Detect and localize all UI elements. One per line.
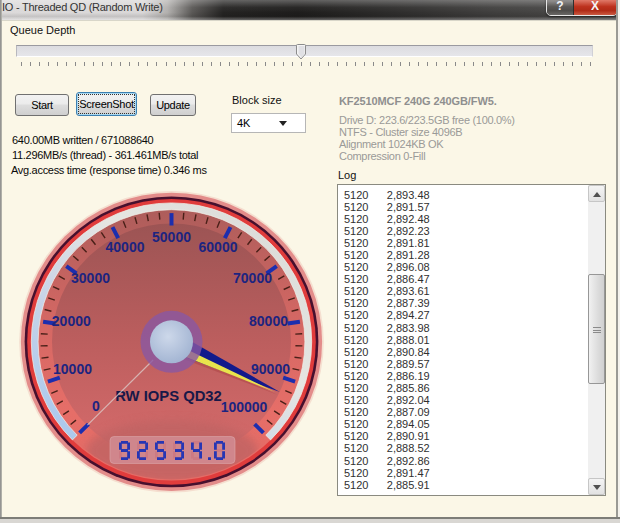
svg-text:80000: 80000 [249, 313, 288, 329]
svg-text:100000: 100000 [221, 399, 268, 415]
svg-text:10000: 10000 [53, 361, 92, 377]
svg-text:40000: 40000 [106, 239, 145, 255]
svg-text:90000: 90000 [251, 361, 290, 377]
svg-text:20000: 20000 [52, 313, 91, 329]
svg-text:30000: 30000 [71, 270, 110, 286]
svg-text:50000: 50000 [152, 229, 191, 245]
svg-text:0: 0 [92, 398, 100, 414]
svg-text:RW IOPS QD32: RW IOPS QD32 [115, 388, 222, 404]
svg-text:60000: 60000 [199, 239, 238, 255]
svg-text:70000: 70000 [233, 270, 272, 286]
